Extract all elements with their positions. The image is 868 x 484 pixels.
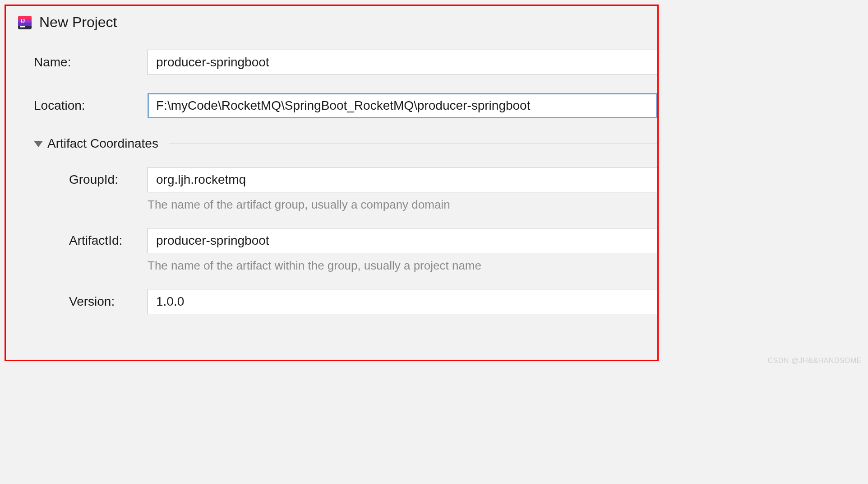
dialog-header: IJ New Project <box>14 14 657 31</box>
artifactid-input[interactable] <box>148 228 657 253</box>
groupid-help-text: The name of the artifact group, usually … <box>148 198 657 212</box>
coordinates-section: GroupId: The name of the artifact group,… <box>34 167 657 314</box>
location-input[interactable] <box>148 93 657 118</box>
new-project-dialog: IJ New Project Name: Location: Artifact … <box>5 5 659 361</box>
section-divider <box>169 144 657 144</box>
section-title: Artifact Coordinates <box>47 136 158 151</box>
intellij-icon: IJ <box>17 14 33 31</box>
location-label: Location: <box>34 98 148 113</box>
watermark-text: CSDN @JH&&HANDSOME <box>768 357 862 365</box>
artifactid-help-text: The name of the artifact within the grou… <box>148 259 657 273</box>
location-row: Location: <box>34 93 657 118</box>
version-input[interactable] <box>148 289 657 314</box>
name-input[interactable] <box>148 50 657 75</box>
svg-rect-4 <box>20 26 25 28</box>
version-row: Version: <box>69 289 657 314</box>
artifact-coordinates-header[interactable]: Artifact Coordinates <box>34 136 657 151</box>
artifactid-row: ArtifactId: <box>69 228 657 253</box>
version-label: Version: <box>69 294 148 309</box>
artifactid-label: ArtifactId: <box>69 233 148 248</box>
groupid-input[interactable] <box>148 167 657 192</box>
name-row: Name: <box>34 50 657 75</box>
form-container: Name: Location: Artifact Coordinates Gro… <box>14 50 657 314</box>
svg-text:IJ: IJ <box>21 18 25 23</box>
groupid-row: GroupId: <box>69 167 657 192</box>
groupid-label: GroupId: <box>69 172 148 187</box>
chevron-down-icon <box>34 141 43 147</box>
name-label: Name: <box>34 55 148 70</box>
dialog-title: New Project <box>39 14 117 31</box>
